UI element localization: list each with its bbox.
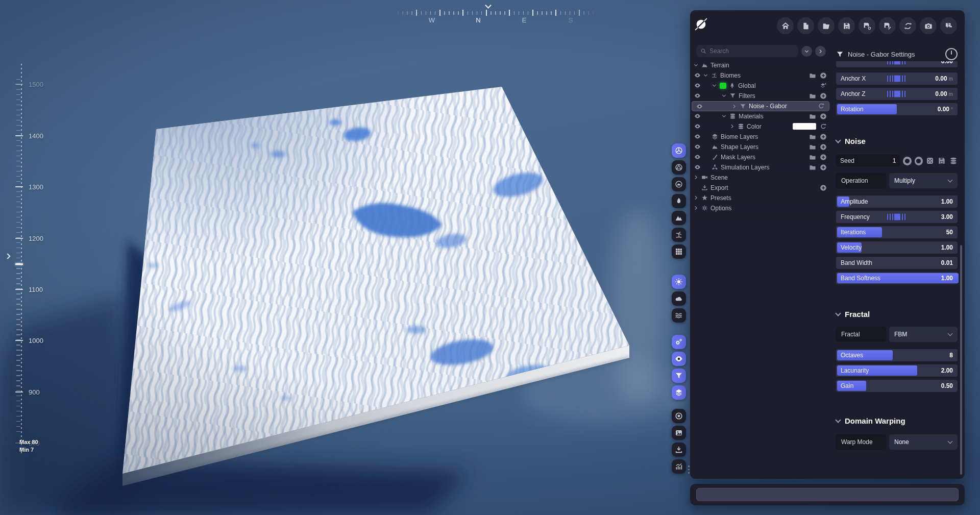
tree-row-biomes[interactable]: Biomes — [690, 70, 831, 81]
tree-row-simulation-layers[interactable]: Simulation Layers — [690, 162, 831, 173]
save-seed-icon[interactable] — [938, 157, 946, 165]
operation-select[interactable]: Multiply — [889, 173, 958, 188]
chevron-down-icon[interactable] — [693, 62, 699, 68]
setting-row-band-width[interactable]: Band Width 0.01 — [836, 257, 958, 269]
add-icon[interactable] — [820, 184, 827, 191]
eye-icon[interactable] — [694, 113, 701, 119]
image-export-button[interactable] — [672, 426, 686, 440]
setting-row-lacunarity[interactable]: Lacunarity 2.00 — [836, 364, 958, 377]
tree-row-presets[interactable]: Presets — [690, 193, 831, 203]
scrub-slider[interactable] — [887, 61, 906, 65]
statistics-button[interactable] — [672, 459, 686, 474]
seed-field[interactable]: Seed 1 — [836, 155, 900, 167]
expand-all-button[interactable] — [815, 46, 826, 57]
tree-row-mask-layers[interactable]: Mask Layers — [690, 152, 831, 162]
add-icon[interactable] — [820, 72, 827, 79]
tree-row-filters[interactable]: Filters — [690, 91, 831, 101]
eye-icon[interactable] — [694, 164, 701, 170]
sun-button[interactable] — [672, 275, 686, 289]
download-button[interactable] — [672, 443, 686, 457]
globe-mountain-button[interactable] — [672, 177, 686, 191]
settings-scrollbar[interactable] — [960, 245, 962, 475]
globe-wireframe-button[interactable] — [672, 160, 686, 175]
tree-row-noise-gabor[interactable]: Noise - Gabor — [692, 101, 829, 111]
save-button[interactable] — [838, 17, 855, 34]
setting-row-rotation[interactable]: Rotation 0.00° — [836, 103, 958, 115]
seed-decrement-button[interactable] — [903, 157, 911, 165]
folder-icon[interactable] — [809, 113, 816, 120]
add-icon[interactable] — [820, 133, 827, 140]
folder-icon[interactable] — [809, 92, 816, 100]
filter-toggle-button[interactable] — [672, 369, 686, 383]
scrub-slider[interactable] — [887, 76, 906, 82]
toggle-enabled-button[interactable] — [945, 48, 958, 60]
seed-increment-button[interactable] — [915, 157, 923, 165]
setting-row-anchor-x[interactable]: Anchor X 0.00m — [836, 72, 958, 85]
add-icon[interactable] — [820, 143, 827, 151]
chevron-down-icon[interactable] — [721, 113, 727, 119]
setting-row-gain[interactable]: Gain 0.50 — [836, 380, 958, 392]
folder-icon[interactable] — [809, 154, 816, 161]
add-icon[interactable] — [820, 164, 827, 171]
chevron-right-icon[interactable] — [693, 205, 699, 211]
fog-button[interactable] — [672, 308, 686, 323]
collapse-all-button[interactable] — [801, 46, 812, 57]
setting-row-anchor-z[interactable]: Anchor Z 0.00m — [836, 88, 958, 100]
tree-row-shape-layers[interactable]: Shape Layers — [690, 142, 831, 152]
chevron-down-icon[interactable] — [703, 72, 708, 79]
chevron-down-icon[interactable] — [712, 82, 717, 89]
tree-row-export[interactable]: Export — [690, 183, 831, 193]
chevron-right-icon[interactable] — [729, 123, 735, 130]
setting-row-octaves[interactable]: Octaves 8 — [836, 349, 958, 361]
section-noise[interactable]: Noise — [836, 137, 958, 145]
chevron-right-icon[interactable] — [693, 194, 699, 201]
eye-icon[interactable] — [694, 133, 701, 140]
open-project-button[interactable] — [818, 17, 835, 34]
mountain-view-button[interactable] — [672, 211, 686, 225]
scrub-slider[interactable] — [887, 214, 906, 220]
randomize-dice-icon[interactable] — [926, 157, 934, 165]
search-input[interactable] — [709, 47, 794, 55]
section-fractal[interactable]: Fractal — [836, 310, 958, 318]
search-box[interactable] — [696, 45, 798, 57]
grid-view-button[interactable] — [672, 244, 686, 259]
add-icon[interactable] — [820, 92, 827, 100]
eye-icon[interactable] — [694, 143, 701, 150]
save-as-button[interactable] — [859, 17, 875, 34]
panel-resize-handle[interactable] — [688, 465, 690, 474]
eye-icon[interactable] — [696, 103, 703, 110]
sync-button[interactable] — [899, 17, 916, 34]
chevron-down-icon[interactable] — [721, 92, 727, 99]
chevron-right-icon[interactable] — [731, 103, 737, 110]
home-button[interactable] — [777, 17, 794, 34]
tree-row-color[interactable]: Color — [690, 121, 831, 132]
refresh-icon[interactable] — [818, 103, 825, 110]
folder-icon[interactable] — [809, 72, 816, 79]
tree-row-terrain[interactable]: Terrain — [690, 60, 831, 70]
tree-row-options[interactable]: Options — [690, 203, 831, 213]
process-button[interactable] — [672, 335, 686, 349]
biome-view-button[interactable] — [672, 228, 686, 242]
tree-row-materials[interactable]: Materials — [690, 111, 831, 121]
terrain-globe-button[interactable] — [672, 143, 686, 158]
color-swatch[interactable] — [720, 83, 726, 89]
layers-toggle-button[interactable] — [672, 385, 686, 400]
cloud-button[interactable] — [672, 291, 686, 306]
help-button[interactable] — [940, 17, 957, 34]
app-logo[interactable] — [694, 17, 708, 31]
eye-icon[interactable] — [694, 82, 701, 89]
setting-row-band-softness[interactable]: Band Softness 1.00 — [836, 272, 958, 284]
setting-row-amplitude[interactable]: Amplitude 1.00 — [836, 195, 958, 208]
setting-row-frequency[interactable]: Frequency 3.00 — [836, 211, 958, 223]
eye-icon[interactable] — [694, 123, 701, 130]
add-icon[interactable] — [820, 154, 827, 161]
folder-icon[interactable] — [809, 164, 816, 171]
eye-icon[interactable] — [694, 92, 701, 99]
visibility-button[interactable] — [672, 352, 686, 366]
chevron-right-icon[interactable] — [693, 174, 699, 181]
tree-row-biome-layers[interactable]: Biome Layers — [690, 132, 831, 142]
folder-icon[interactable] — [809, 133, 816, 140]
save-edit-button[interactable] — [879, 17, 896, 34]
add-layer-icon[interactable] — [820, 82, 827, 89]
setting-row-velocity[interactable]: Velocity 1.00 — [836, 241, 958, 254]
